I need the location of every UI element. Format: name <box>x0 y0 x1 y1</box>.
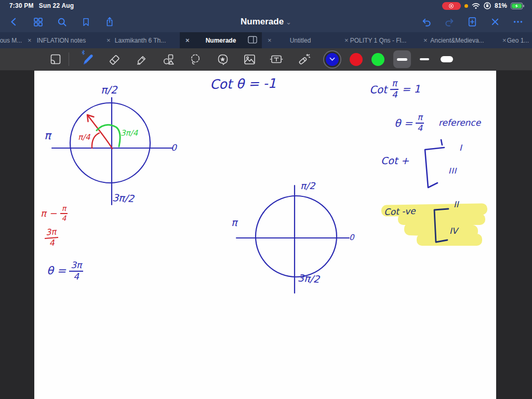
tab-previous[interactable]: ous M... <box>0 32 22 48</box>
cot-positive-quadrant-3: III <box>448 167 457 175</box>
image-tool-icon[interactable] <box>241 50 258 68</box>
quadrant-bracket-positive <box>425 140 444 188</box>
whiteboard-page[interactable]: Cot θ = -1 π/2 π 0 3π/2 π/4 3π/4 π/2 π 0… <box>34 71 496 399</box>
color-swatch-green[interactable] <box>371 53 384 66</box>
unit-circle-1 <box>52 98 172 205</box>
color-swatch-red[interactable] <box>350 53 363 66</box>
circle2-label-bottom: 3π/2 <box>297 273 320 285</box>
drawing-toolbar <box>0 48 532 71</box>
lasso-select-icon[interactable] <box>187 50 204 68</box>
cot-negative-quadrant-2: II <box>454 201 458 209</box>
tab-close-icon[interactable]: × <box>268 36 272 44</box>
new-page-icon[interactable] <box>466 15 479 29</box>
circle1-label-left: π <box>44 130 51 141</box>
theta-reference-equation: θ = π4 reference <box>394 113 481 133</box>
shapes-tool-icon[interactable] <box>159 50 177 68</box>
undo-icon[interactable] <box>420 15 433 29</box>
stroke-width-thin[interactable] <box>416 50 433 68</box>
title-chevron-down-icon: ⌄ <box>286 18 291 26</box>
tab-untitled[interactable]: × Untitled <box>262 32 339 48</box>
canvas-area: Cot θ = -1 π/2 π 0 3π/2 π/4 3π/4 π/2 π 0… <box>0 71 532 399</box>
text-tool-icon[interactable] <box>268 50 285 68</box>
back-button[interactable] <box>7 15 21 29</box>
circle1-red-angle-label: π/4 <box>78 134 90 141</box>
tab-laxmikanth[interactable]: × Laxmikanth 6 Th... <box>101 32 180 48</box>
circle1-label-bottom: 3π/2 <box>112 193 135 204</box>
more-options-icon[interactable] <box>511 15 525 29</box>
battery-icon <box>511 3 525 9</box>
ipad-screen: 7:30 PM Sun 22 Aug 81% <box>0 0 532 399</box>
sticker-tool-icon[interactable] <box>214 50 231 68</box>
status-time: 7:30 PM <box>9 2 34 9</box>
circle2-label-right: 0 <box>349 234 354 242</box>
status-bar: 7:30 PM Sun 22 Aug 81% <box>0 0 532 11</box>
red-angle-ray <box>87 115 112 149</box>
cot-negative-label: Cot -ve <box>384 207 416 217</box>
circle2-label-top: π/2 <box>300 181 315 191</box>
close-icon[interactable] <box>488 15 502 29</box>
tab-geo[interactable]: × Geo 1... <box>497 32 532 48</box>
toolbar-divider <box>69 52 69 66</box>
equation-cot-theta: Cot θ = -1 <box>210 77 276 91</box>
red-result-fraction: 3π4 <box>44 228 59 248</box>
tab-numerade-active[interactable]: × Numerade <box>180 32 262 48</box>
tab-ancient-medieval[interactable]: × Ancient&Medieva... <box>418 32 497 48</box>
cot-positive-label: Cot + <box>381 156 409 166</box>
page-navigator-icon[interactable] <box>47 50 64 68</box>
mic-in-use-indicator-icon <box>464 4 468 8</box>
wifi-icon <box>472 3 480 9</box>
bookmark-icon[interactable] <box>79 15 92 29</box>
cot-positive-quadrant-1: I <box>459 144 462 152</box>
split-view-icon[interactable] <box>248 36 257 45</box>
unit-circle-2 <box>236 185 349 293</box>
stroke-width-thick[interactable] <box>438 50 456 68</box>
status-date: Sun 22 Aug <box>39 2 74 9</box>
grid-apps-icon[interactable] <box>31 15 45 29</box>
tab-close-icon[interactable]: × <box>107 36 111 44</box>
tab-close-icon[interactable]: × <box>423 36 428 44</box>
circle1-label-right: 0 <box>171 143 177 152</box>
pen-tool-icon[interactable] <box>78 50 96 68</box>
theta-result: θ = 3π4 <box>47 261 83 282</box>
tab-polity[interactable]: × POLITY 1 Qns - Fl... <box>339 32 418 48</box>
tab-inflation-notes[interactable]: × INFLATION notes <box>22 32 101 48</box>
tab-close-icon[interactable]: × <box>502 36 507 44</box>
circle2-label-left: π <box>231 218 237 228</box>
circle1-green-angle-label: 3π/4 <box>121 129 138 137</box>
eraser-tool-icon[interactable] <box>105 50 123 68</box>
share-icon[interactable] <box>103 15 116 29</box>
tab-close-icon[interactable]: × <box>28 36 32 44</box>
battery-percent: 81% <box>495 2 507 9</box>
redo-icon[interactable] <box>443 15 456 29</box>
red-step-pi-minus: π − π4 <box>41 205 68 222</box>
stroke-width-medium-selected[interactable] <box>393 50 411 68</box>
color-swatch-blue-selected[interactable] <box>326 53 339 66</box>
tab-close-icon[interactable]: × <box>185 36 190 44</box>
laser-pointer-icon[interactable] <box>295 50 312 68</box>
orientation-lock-icon <box>484 2 491 9</box>
nav-bar: Numerade⌄ <box>0 11 532 32</box>
highlighter-tool-icon[interactable] <box>132 50 150 68</box>
cot-negative-quadrant-4: IV <box>449 227 458 235</box>
screen-recording-indicator-icon[interactable] <box>442 2 461 10</box>
tab-bar: ous M... × INFLATION notes × Laxmikanth … <box>0 32 532 48</box>
circle1-label-top: π/2 <box>101 85 117 95</box>
search-icon[interactable] <box>55 15 69 29</box>
tab-close-icon[interactable]: × <box>344 36 349 44</box>
cot-pi-over-4-equation: Cot π4 = 1 <box>369 78 421 100</box>
